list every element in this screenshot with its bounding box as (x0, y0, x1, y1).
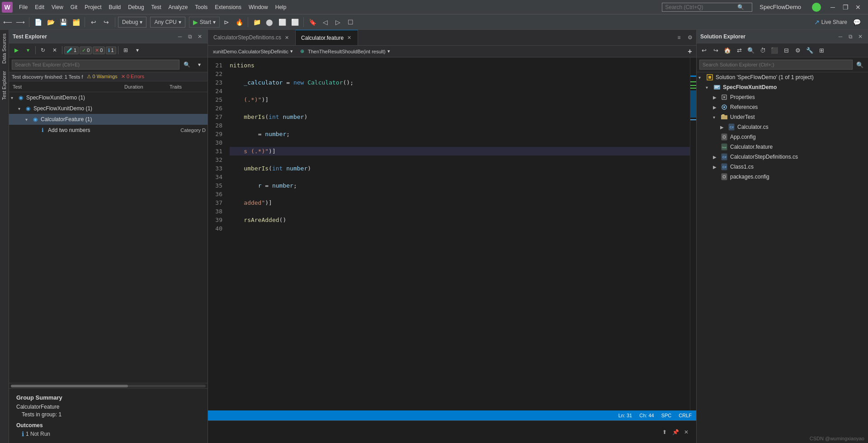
se-pin-button[interactable]: ─ (836, 33, 844, 41)
menu-analyze[interactable]: Analyze (165, 2, 192, 12)
se-forward-button[interactable]: ↪ (710, 45, 721, 56)
code-content[interactable]: nitions _calculator = new Calculator(); … (226, 57, 690, 410)
tree-row-2[interactable]: ▾ ◉ SpecFlowXunitDemo (1) (9, 103, 208, 114)
bookmark-prev[interactable]: ◁ (319, 16, 331, 28)
debug-tool-2[interactable]: ⬜ (289, 16, 301, 28)
tab-calculator-feature[interactable]: Calculator.feature ✕ (296, 30, 358, 45)
se-solution-root[interactable]: ▾ Solution 'SpecFlowDemo' (1 of 1 projec… (697, 72, 868, 82)
menu-file[interactable]: File (15, 2, 31, 12)
feedback-button[interactable]: 💬 (851, 16, 863, 28)
group-tests-button[interactable]: ⊞ (120, 45, 131, 56)
restore-button[interactable]: ❐ (841, 3, 850, 12)
bookmark-clear[interactable]: ☐ (344, 16, 356, 28)
live-share-button[interactable]: ↗ Live Share (814, 19, 847, 26)
te-search-input[interactable] (15, 62, 176, 67)
navigate-back-button[interactable]: ⟵ (2, 16, 14, 28)
global-search-box[interactable]: 🔍 (662, 3, 752, 12)
se-search-input[interactable] (703, 62, 849, 67)
tree-row-4[interactable]: ℹ Add two numbers Category D (9, 125, 208, 136)
run-all-tests-button[interactable]: ▶ (11, 45, 22, 56)
cancel-tests-button[interactable]: ✕ (49, 45, 60, 56)
hot-reload-button[interactable]: 🔥 (233, 16, 245, 28)
se-preview-button[interactable]: ⬛ (769, 45, 780, 56)
tab-step-definitions[interactable]: CalculatorStepDefinitions.cs ✕ (208, 30, 296, 45)
open-file-button[interactable]: 📂 (45, 16, 57, 28)
tree-row-1[interactable]: ▾ ◉ SpecFlowXunitDemo (1) (9, 92, 208, 103)
menu-tools[interactable]: Tools (191, 2, 211, 12)
run-tests-dropdown[interactable]: ▾ (23, 45, 33, 56)
menu-build[interactable]: Build (105, 2, 125, 12)
se-search-icon-btn[interactable]: 🔍 (854, 59, 865, 70)
te-filter-dropdown[interactable]: ▾ (194, 59, 205, 70)
se-properties-item[interactable]: ▶ Properties (697, 92, 868, 102)
se-properties-button[interactable]: 🔧 (804, 45, 815, 56)
menu-project[interactable]: Project (81, 2, 105, 12)
se-undertest-folder[interactable]: ▾ UnderTest (697, 112, 868, 122)
breakpoint-button[interactable]: ⬤ (264, 16, 275, 28)
tab-list-button[interactable]: ≡ (675, 33, 684, 42)
bookmark-next[interactable]: ▷ (332, 16, 344, 28)
redo-button[interactable]: ↪ (100, 16, 112, 28)
menu-window[interactable]: Window (245, 2, 272, 12)
menu-test[interactable]: Test (148, 2, 165, 12)
se-collapse-button[interactable]: ⊟ (781, 45, 792, 56)
bottom-panel-float[interactable]: ⬆ (660, 428, 669, 437)
se-pending-button[interactable]: ⏱ (757, 45, 768, 56)
filter-tests-button[interactable]: ▾ (132, 45, 143, 56)
undo-button[interactable]: ↩ (88, 16, 99, 28)
refresh-tests-button[interactable]: ↻ (38, 45, 48, 56)
te-scrollbar[interactable] (9, 383, 208, 388)
minimize-button[interactable]: ─ (828, 3, 837, 12)
global-search-input[interactable] (665, 4, 737, 10)
se-class1-cs[interactable]: ▶ C# Class1.cs (697, 162, 868, 172)
se-home-button[interactable]: 🏠 (722, 45, 733, 56)
save-all-button[interactable]: 🗂️ (70, 16, 82, 28)
se-app-config[interactable]: App.config (697, 132, 868, 142)
debug-config-dropdown[interactable]: Debug ▾ (118, 17, 146, 28)
close-button[interactable]: ✕ (854, 3, 863, 12)
file-manager-button[interactable]: 📁 (251, 16, 263, 28)
bottom-panel-close[interactable]: ✕ (682, 428, 691, 437)
bottom-panel-pin[interactable]: 📌 (671, 428, 680, 437)
te-search-button[interactable]: 🔍 (181, 59, 192, 70)
panel-pin-button[interactable]: ─ (176, 33, 184, 41)
se-packages-config[interactable]: packages.config (697, 172, 868, 182)
new-file-button[interactable]: 📄 (32, 16, 44, 28)
se-calculator-cs[interactable]: ▶ C# Calculator.cs (697, 122, 868, 132)
nav-member-dropdown[interactable]: ⊕ ThenTheResultShouldBe(int result) ▾ (297, 47, 393, 56)
menu-help[interactable]: Help (272, 2, 290, 12)
menu-extensions[interactable]: Extensions (211, 2, 245, 12)
nav-add-button[interactable]: + (685, 47, 694, 56)
start-button[interactable]: ▶ Start ▾ (189, 17, 220, 28)
tab-settings-button[interactable]: ⚙ (685, 33, 694, 42)
se-filter-button[interactable]: 🔍 (745, 45, 756, 56)
menu-edit[interactable]: Edit (31, 2, 48, 12)
platform-dropdown[interactable]: Any CPU ▾ (150, 17, 185, 28)
panel-close-button[interactable]: ✕ (196, 33, 204, 41)
se-extra-button[interactable]: ⊞ (816, 45, 827, 56)
se-close-button[interactable]: ✕ (856, 33, 864, 41)
tree-row-3[interactable]: ▾ ◉ CalculatorFeature (1) (9, 114, 208, 125)
se-references-item[interactable]: ▶ References (697, 102, 868, 112)
tab-close-1[interactable]: ✕ (284, 34, 290, 41)
se-calculator-feature[interactable]: feat Calculator.feature (697, 142, 868, 152)
sidebar-tab-datasources[interactable]: Data Sources (0, 30, 9, 67)
menu-view[interactable]: View (48, 2, 67, 12)
navigate-forward-button[interactable]: ⟶ (14, 16, 26, 28)
bookmark-button[interactable]: 🔖 (307, 16, 318, 28)
panel-float-button[interactable]: ⧉ (186, 33, 194, 41)
menu-debug[interactable]: Debug (124, 2, 147, 12)
editor-scrollbar[interactable] (690, 57, 696, 410)
step-over-button[interactable]: ⊳ (221, 16, 232, 28)
save-button[interactable]: 💾 (57, 16, 69, 28)
se-step-definitions[interactable]: ▶ C# CalculatorStepDefinitions.cs (697, 152, 868, 162)
menu-git[interactable]: Git (67, 2, 81, 12)
debug-tool-1[interactable]: ⬜ (276, 16, 288, 28)
nav-type-dropdown[interactable]: xunitDemo.CalculatorStepDefinitic ▾ (210, 47, 296, 56)
sidebar-tab-testexplorer[interactable]: Test Explorer (0, 67, 9, 104)
se-float-button[interactable]: ⧉ (846, 33, 854, 41)
tab-close-2[interactable]: ✕ (346, 34, 352, 41)
se-sync-button[interactable]: ⇄ (734, 45, 745, 56)
se-project-item[interactable]: ▾ SpecFlowXunitDemo (697, 82, 868, 92)
se-back-button[interactable]: ↩ (698, 45, 709, 56)
